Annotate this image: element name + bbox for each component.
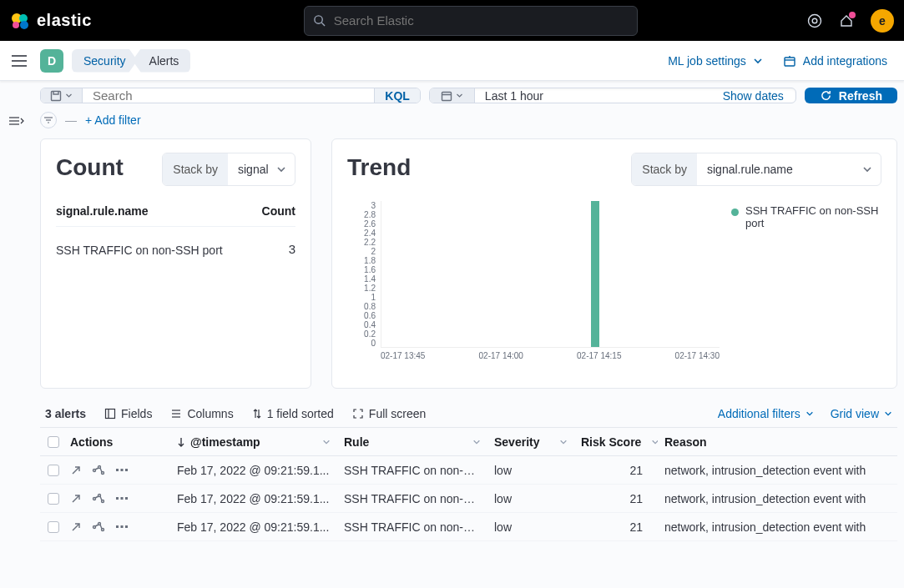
refresh-label: Refresh: [839, 89, 882, 103]
user-avatar[interactable]: e: [871, 9, 894, 33]
fullscreen-button[interactable]: Full screen: [352, 407, 426, 420]
count-row[interactable]: SSH TRAFFIC on non-SSH port 3: [56, 227, 295, 274]
svg-rect-16: [442, 92, 451, 100]
add-filter-button[interactable]: + Add filter: [85, 113, 141, 127]
legend-label: SSH TRAFFIC on non-SSH port: [745, 204, 881, 229]
add-integrations-button[interactable]: Add integrations: [783, 54, 887, 68]
chevron-down-icon: [753, 56, 763, 66]
svg-point-4: [315, 16, 322, 23]
count-stackby-value: signal: [238, 163, 269, 176]
cell-severity: low: [487, 464, 574, 477]
row-checkbox[interactable]: [48, 493, 59, 505]
chevron-down-icon: [806, 410, 814, 418]
sort-desc-icon: [177, 437, 185, 447]
timeline-rail: [0, 81, 33, 588]
calendar-icon: [441, 90, 452, 102]
global-search-input[interactable]: [332, 13, 629, 28]
fields-icon: [104, 408, 116, 420]
col-severity[interactable]: Severity: [487, 435, 574, 449]
count-col-rule: signal.rule.name: [56, 204, 262, 218]
disk-icon: [50, 90, 62, 102]
select-all-checkbox[interactable]: [48, 436, 59, 448]
fields-button[interactable]: Fields: [104, 407, 152, 420]
alerts-grid: Actions @timestamp Rule Severity Risk Sc…: [40, 427, 897, 541]
help-icon[interactable]: [807, 13, 822, 28]
grid-view-button[interactable]: Grid view: [831, 407, 892, 420]
trend-stackby-value: signal.rule.name: [707, 163, 793, 176]
date-quick-button[interactable]: [430, 88, 475, 103]
space-selector[interactable]: D: [40, 49, 63, 73]
newsfeed-button[interactable]: [839, 13, 854, 28]
svg-rect-37: [125, 497, 128, 500]
analyze-icon[interactable]: [92, 493, 105, 505]
chevron-down-icon: [472, 438, 481, 446]
col-timestamp[interactable]: @timestamp: [170, 435, 337, 449]
svg-rect-21: [106, 410, 115, 419]
refresh-button[interactable]: Refresh: [805, 88, 897, 103]
chevron-down-icon: [862, 164, 872, 174]
nav-toggle-button[interactable]: [7, 48, 32, 73]
breadcrumb-alerts[interactable]: Alerts: [133, 49, 191, 73]
expand-rail-button[interactable]: [7, 111, 27, 131]
chevron-down-icon: [884, 410, 892, 418]
refresh-icon: [820, 89, 832, 102]
chevron-down-icon: [276, 164, 286, 174]
analyze-icon[interactable]: [92, 465, 105, 476]
row-checkbox[interactable]: [48, 521, 59, 533]
more-icon[interactable]: [115, 496, 129, 501]
table-row[interactable]: Feb 17, 2022 @ 09:21:59.1... SSH TRAFFIC…: [40, 456, 897, 485]
trend-stackby-select[interactable]: signal.rule.name: [697, 153, 881, 185]
global-search[interactable]: [304, 6, 638, 36]
count-row-name: SSH TRAFFIC on non-SSH port: [56, 242, 289, 259]
cell-rule: SSH TRAFFIC on non-SS...: [337, 492, 487, 505]
legend-dot-icon: [731, 209, 739, 216]
expand-icon[interactable]: [70, 465, 82, 476]
additional-filters-button[interactable]: Additional filters: [718, 407, 814, 420]
elastic-logo-icon: [10, 11, 30, 31]
svg-point-7: [812, 18, 817, 23]
svg-rect-31: [125, 469, 128, 471]
fullscreen-icon: [352, 408, 364, 420]
breadcrumb: Security Alerts: [72, 49, 190, 73]
alerts-table-toolbar: 3 alerts Fields Columns 1 field sorted: [40, 389, 897, 427]
more-icon[interactable]: [115, 468, 129, 473]
col-rule[interactable]: Rule: [337, 435, 487, 449]
expand-icon[interactable]: [70, 521, 82, 533]
trend-bar: [591, 201, 599, 347]
stackby-label: Stack by: [163, 153, 228, 185]
breadcrumb-security[interactable]: Security: [72, 49, 138, 73]
saved-query-button[interactable]: [41, 88, 83, 103]
trend-stackby: Stack by signal.rule.name: [631, 153, 881, 186]
show-dates-button[interactable]: Show dates: [711, 88, 795, 103]
stackby-label: Stack by: [632, 153, 697, 185]
package-icon: [783, 54, 796, 68]
table-row[interactable]: Feb 17, 2022 @ 09:21:59.1... SSH TRAFFIC…: [40, 513, 897, 541]
table-row[interactable]: Feb 17, 2022 @ 09:21:59.1... SSH TRAFFIC…: [40, 485, 897, 513]
columns-button[interactable]: Columns: [170, 407, 233, 420]
ml-job-settings-button[interactable]: ML job settings: [668, 54, 763, 68]
cell-risk: 21: [574, 520, 658, 534]
ml-job-settings-label: ML job settings: [668, 54, 746, 68]
col-actions: Actions: [67, 435, 170, 449]
row-checkbox[interactable]: [48, 465, 59, 476]
query-input-group: KQL: [40, 88, 421, 103]
date-range-text: Last 1 hour: [475, 88, 711, 103]
filter-options-button[interactable]: [40, 112, 57, 128]
kql-toggle[interactable]: KQL: [374, 88, 420, 103]
chevron-down-icon: [322, 438, 331, 446]
cell-risk: 21: [574, 464, 658, 477]
expand-icon[interactable]: [70, 493, 82, 505]
analyze-icon[interactable]: [92, 521, 105, 533]
kql-input[interactable]: [83, 88, 374, 103]
svg-rect-15: [52, 91, 61, 100]
col-risk[interactable]: Risk Score: [574, 435, 658, 449]
cell-timestamp: Feb 17, 2022 @ 09:21:59.1...: [170, 492, 337, 505]
product-logo[interactable]: elastic: [10, 11, 92, 31]
trend-panel: Trend Stack by signal.rule.name: [331, 138, 897, 389]
trend-chart: 3 2.8 2.6 2.4 2.2 2 1.8 1.6 1.4 1.2 1 0.…: [347, 201, 720, 368]
date-picker[interactable]: Last 1 hour Show dates: [429, 88, 796, 103]
count-stackby-select[interactable]: signal: [228, 153, 295, 185]
chevron-down-icon: [559, 438, 568, 446]
sorted-button[interactable]: 1 field sorted: [252, 407, 334, 420]
more-icon[interactable]: [115, 525, 129, 530]
